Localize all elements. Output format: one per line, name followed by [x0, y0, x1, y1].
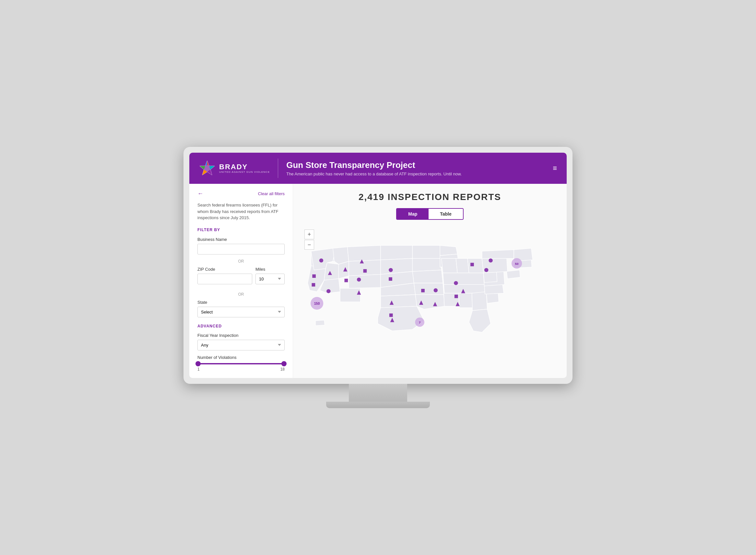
map-marker: [455, 295, 458, 298]
cluster-label-7: 7: [419, 321, 421, 324]
monitor-wrapper: BRADY UNITED AGAINST GUN VIOLENCE Gun St…: [183, 147, 573, 408]
main-content: ← Clear all filters Search federal firea…: [189, 184, 567, 378]
miles-filter: Miles 5 10 25 50 100: [255, 267, 285, 284]
hamburger-menu-button[interactable]: ≡: [553, 164, 557, 172]
zoom-in-button[interactable]: +: [304, 229, 314, 239]
map-marker: [389, 313, 393, 317]
brady-logo-icon: [199, 160, 215, 176]
map-marker: [312, 274, 316, 278]
or-divider-2: OR: [198, 292, 285, 297]
business-name-filter: Business Name: [198, 237, 285, 254]
usa-map: 150 50 7: [300, 226, 560, 375]
header-divider: [278, 159, 278, 178]
map-marker: [389, 268, 393, 272]
logo-area: BRADY UNITED AGAINST GUN VIOLENCE: [199, 160, 270, 176]
zip-code-input[interactable]: [198, 273, 252, 284]
map-marker: [312, 283, 316, 287]
cluster-label-50: 50: [515, 262, 519, 265]
map-marker: [421, 289, 425, 292]
map-marker: [319, 258, 324, 263]
zip-miles-row: ZIP Code Miles 5 10 25 50 100: [198, 267, 285, 289]
page-subtitle: The American public has never had access…: [286, 171, 553, 176]
logo-brand: BRADY: [219, 163, 270, 171]
range-track: [198, 363, 284, 365]
map-marker: [434, 288, 438, 292]
range-max-value: 18: [281, 367, 285, 372]
fiscal-year-select[interactable]: Any 201520162017 201820192020 20212022: [198, 340, 285, 350]
stand-neck: [349, 384, 407, 402]
range-values: 1 18: [198, 367, 285, 372]
logo-subtext: UNITED AGAINST GUN VIOLENCE: [219, 171, 270, 173]
stand-base: [326, 402, 430, 408]
sidebar-description: Search federal firearms licensees (FFL) …: [198, 202, 285, 221]
fiscal-year-label: Fiscal Year Inspection: [198, 333, 285, 338]
business-name-input[interactable]: [198, 244, 285, 254]
miles-select[interactable]: 5 10 25 50 100: [255, 273, 285, 284]
zoom-controls: + −: [304, 229, 314, 250]
screen-inner: BRADY UNITED AGAINST GUN VIOLENCE Gun St…: [189, 153, 567, 378]
view-toggle: Map Table: [396, 208, 464, 220]
map-marker: [454, 281, 458, 285]
zip-code-filter: ZIP Code: [198, 267, 252, 284]
map-marker: [357, 278, 361, 282]
miles-label: Miles: [255, 267, 285, 272]
state-label: State: [198, 300, 285, 305]
map-marker: [344, 279, 348, 282]
monitor-screen: BRADY UNITED AGAINST GUN VIOLENCE Gun St…: [183, 147, 573, 384]
or-divider-1: OR: [198, 259, 285, 264]
map-area: 2,419 INSPECTION REPORTS Map Table + −: [293, 184, 567, 378]
report-count: 2,419 INSPECTION REPORTS: [359, 192, 501, 202]
violations-range-slider[interactable]: [198, 363, 285, 365]
zoom-out-button[interactable]: −: [304, 240, 314, 250]
header-title-area: Gun Store Transparency Project The Ameri…: [286, 160, 553, 176]
sidebar-nav: ← Clear all filters: [198, 190, 285, 197]
range-min-value: 1: [198, 367, 200, 372]
filter-by-label: FILTER BY: [198, 227, 285, 232]
header: BRADY UNITED AGAINST GUN VIOLENCE Gun St…: [189, 153, 567, 184]
map-container: + −: [300, 226, 560, 375]
zip-code-label: ZIP Code: [198, 267, 252, 272]
state-filter: State Select AlabamaAlaskaArizona Arkans…: [198, 300, 285, 317]
business-name-label: Business Name: [198, 237, 285, 242]
range-thumb-min[interactable]: [196, 361, 201, 366]
map-marker: [484, 268, 489, 272]
violations-filter: Number of Violations 1 18: [198, 355, 285, 372]
advanced-label: ADVANCED: [198, 324, 285, 328]
page-title: Gun Store Transparency Project: [286, 160, 553, 170]
state-select[interactable]: Select AlabamaAlaskaArizona ArkansasCali…: [198, 307, 285, 317]
monitor-stand: [183, 384, 573, 408]
table-tab-button[interactable]: Table: [429, 209, 463, 219]
logo-text-area: BRADY UNITED AGAINST GUN VIOLENCE: [219, 163, 270, 173]
fiscal-year-filter: Fiscal Year Inspection Any 201520162017 …: [198, 333, 285, 350]
cluster-label-150: 150: [314, 301, 320, 305]
range-thumb-max[interactable]: [281, 361, 287, 366]
map-marker: [489, 258, 493, 263]
map-marker: [327, 289, 331, 293]
map-marker: [389, 278, 392, 281]
clear-filters-link[interactable]: Clear all filters: [258, 191, 285, 196]
map-marker: [470, 263, 474, 266]
map-marker: [364, 269, 367, 273]
sidebar: ← Clear all filters Search federal firea…: [189, 184, 293, 378]
back-button[interactable]: ←: [198, 190, 203, 197]
map-tab-button[interactable]: Map: [397, 209, 429, 219]
violations-label: Number of Violations: [198, 355, 285, 360]
